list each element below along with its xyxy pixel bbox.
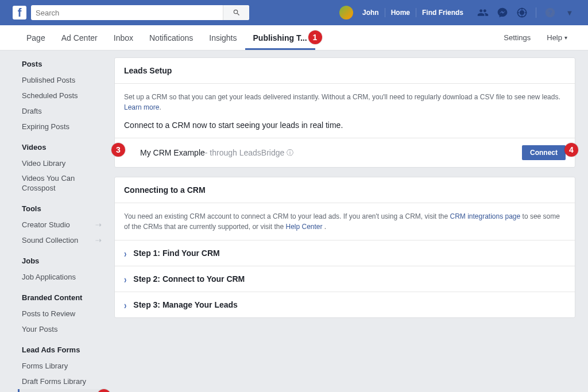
sidebar-draft-forms-library[interactable]: Draft Forms Library [20,374,104,390]
sidebar: Posts Published Posts Scheduled Posts Dr… [13,57,107,392]
connect-button[interactable]: Connect [522,145,566,160]
subnav: Page Ad Center Inbox Notifications Insig… [0,25,588,51]
subnav-ad-center[interactable]: Ad Center [53,25,106,50]
sidebar-section-videos: Videos [20,143,104,152]
step-3-row[interactable]: › Step 3: Manage Your Leads [115,292,575,317]
dropdown-arrow-icon[interactable]: ▼ [564,7,575,18]
subnav-page[interactable]: Page [18,25,53,50]
help-icon[interactable]: ? [544,7,556,18]
sidebar-section-lead-ads: Lead Ads Forms [20,346,104,354]
friends-icon[interactable] [477,7,489,18]
sidebar-video-library[interactable]: Video Library [20,156,104,172]
label: Creator Studio [22,220,70,230]
subnav-publishing-label: Publishing T... [253,33,307,42]
annotation-badge-4: 4 [564,143,578,157]
sidebar-section-branded: Branded Content [20,293,104,302]
sidebar-posts-to-review[interactable]: Posts to Review [20,306,104,322]
crm-name: My CRM Example [137,148,205,157]
sidebar-expiring-posts[interactable]: Expiring Posts [20,119,104,135]
sidebar-drafts[interactable]: Drafts [20,104,104,119]
find-friends-link[interactable]: Find Friends [416,8,469,17]
external-icon: ⇢ [95,220,102,230]
messenger-icon[interactable] [497,7,508,18]
subnav-insights[interactable]: Insights [201,25,245,50]
topbar: f John Home Find Friends ? ▼ [0,0,588,25]
desc-text: Set up a CRM so that you can get your le… [124,93,560,101]
connecting-desc: You need an existing CRM account to conn… [115,203,575,240]
leads-setup-desc: Set up a CRM so that you can get your le… [115,84,575,121]
subnav-notifications[interactable]: Notifications [141,25,201,50]
topbar-right: John Home Find Friends ? ▼ [339,6,575,20]
desc-text-1: You need an existing CRM account to conn… [124,212,450,220]
sidebar-section-tools: Tools [20,204,104,213]
subnav-publishing-tools[interactable]: Publishing T... 1 [245,25,315,50]
search-input[interactable] [31,9,223,17]
step-2-label: Step 2: Connect to Your CRM [133,274,245,284]
sidebar-forms-library[interactable]: Forms Library [20,359,104,374]
crm-row: 3 My CRM Example - through LeadsBridge ⓘ… [115,138,575,167]
leads-setup-card: Leads Setup Set up a CRM so that you can… [114,57,575,168]
label: Sound Collection [22,236,78,246]
sidebar-videos-crosspost[interactable]: Videos You Can Crosspost [20,171,104,196]
home-link[interactable]: Home [385,8,416,17]
notifications-icon[interactable] [516,7,528,18]
search-button[interactable] [223,5,249,20]
chevron-right-icon: › [124,299,126,311]
sidebar-section-posts: Posts [20,60,104,68]
sidebar-sound-collection[interactable]: Sound Collection⇢ [20,233,104,249]
sidebar-scheduled-posts[interactable]: Scheduled Posts [20,88,104,104]
annotation-badge-3: 3 [111,143,125,157]
svg-text:?: ? [548,9,552,16]
connecting-title: Connecting to a CRM [115,177,575,203]
step-1-label: Step 1: Find Your CRM [133,249,219,258]
learn-more-link[interactable]: Learn more [124,103,159,111]
crm-integrations-link[interactable]: CRM integrations page [450,212,520,220]
step-2-row[interactable]: › Step 2: Connect to Your CRM [115,266,575,292]
annotation-badge-2: 2 [97,389,111,392]
sidebar-creator-studio[interactable]: Creator Studio⇢ [20,218,104,233]
sidebar-your-posts[interactable]: Your Posts [20,322,104,337]
subnav-settings[interactable]: Settings [496,25,539,50]
page-content: Posts Published Posts Scheduled Posts Dr… [13,51,575,392]
annotation-badge-1: 1 [308,30,322,44]
help-center-link[interactable]: Help Center [285,223,322,231]
search-icon [233,9,241,17]
info-icon[interactable]: ⓘ [287,148,293,158]
chevron-right-icon: › [124,273,126,285]
facebook-logo[interactable]: f [13,6,26,20]
step-3-label: Step 3: Manage Your Leads [133,300,238,309]
avatar[interactable] [339,6,353,20]
chevron-right-icon: › [124,247,126,259]
connect-prompt: Connect to a CRM now to start seeing you… [115,121,575,138]
leads-setup-title: Leads Setup [115,58,575,84]
sidebar-section-jobs: Jobs [20,257,104,265]
search-container [31,5,249,20]
connecting-crm-card: Connecting to a CRM You need an existing… [114,177,575,318]
sidebar-leads-setup[interactable]: Leads Setup 2 [18,389,104,392]
external-icon: ⇢ [95,236,102,246]
subnav-help[interactable]: Help [539,25,575,50]
step-1-row[interactable]: › Step 1: Find Your CRM [115,240,575,266]
subnav-inbox[interactable]: Inbox [106,25,141,50]
main-content: Leads Setup Set up a CRM so that you can… [114,57,575,392]
crm-subtext: - through LeadsBridge [205,148,285,157]
sidebar-job-applications[interactable]: Job Applications [20,270,104,285]
desc-text-3: . [323,223,327,231]
sidebar-published-posts[interactable]: Published Posts [20,73,104,88]
profile-name-link[interactable]: John [357,8,385,17]
